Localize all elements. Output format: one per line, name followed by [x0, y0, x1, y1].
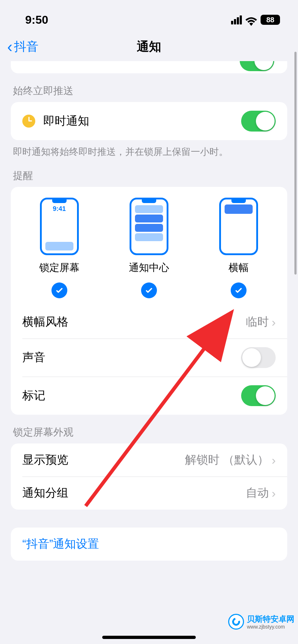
badges-toggle[interactable]	[241, 385, 276, 406]
wifi-icon	[245, 15, 257, 24]
badges-row[interactable]: 标记	[11, 377, 287, 415]
chevron-right-icon: ›	[272, 453, 276, 467]
chevron-left-icon: ‹	[7, 38, 13, 56]
alerts-header: 提醒	[0, 158, 298, 187]
back-button[interactable]: ‹ 抖音	[7, 38, 39, 56]
lock-appearance-card: 显示预览 解锁时 （默认） › 通知分组 自动 ›	[11, 443, 287, 510]
notification-grouping-row[interactable]: 通知分组 自动 ›	[11, 477, 287, 510]
alert-option-banners[interactable]: 横幅	[194, 198, 283, 298]
instant-toggle[interactable]	[241, 111, 276, 132]
alerts-card: 9:41 锁定屏幕 通知中心	[11, 187, 287, 415]
sound-row[interactable]: 声音	[11, 339, 287, 377]
alert-label: 锁定屏幕	[39, 261, 80, 275]
grouping-label: 通知分组	[22, 485, 246, 501]
alert-option-lock-screen[interactable]: 9:41 锁定屏幕	[15, 198, 104, 298]
sound-label: 声音	[22, 350, 241, 365]
chevron-right-icon: ›	[272, 486, 276, 500]
clock-icon	[22, 115, 35, 128]
alert-option-notification-center[interactable]: 通知中心	[105, 198, 194, 298]
app-settings-label: “抖音”通知设置	[22, 536, 276, 552]
status-bar: 9:50 88	[0, 0, 298, 32]
grouping-value: 自动	[246, 485, 269, 501]
back-label: 抖音	[14, 38, 39, 55]
status-indicators: 88	[231, 15, 280, 25]
lock-screen-preview-icon: 9:41	[40, 198, 79, 255]
allow-notifications-card-partial	[11, 61, 287, 73]
alert-label: 横幅	[229, 261, 249, 275]
checkmark-icon	[141, 282, 157, 298]
instant-label: 即时通知	[43, 113, 241, 129]
checkmark-icon	[231, 282, 247, 298]
scrollbar-icon	[294, 52, 297, 275]
nav-bar: ‹ 抖音 通知	[0, 32, 298, 61]
instant-footer: 即时通知将始终即时推送，并在锁屏上保留一小时。	[0, 140, 298, 158]
banner-preview-icon	[219, 198, 258, 255]
status-time: 9:50	[25, 13, 48, 27]
cellular-signal-icon	[231, 15, 242, 24]
alert-style-row: 9:41 锁定屏幕 通知中心	[11, 187, 287, 305]
instant-card: 即时通知	[11, 102, 287, 140]
alert-label: 通知中心	[129, 261, 169, 275]
allow-notifications-row-partial[interactable]	[11, 61, 287, 73]
watermark-brand: 贝斯特安卓网	[247, 614, 294, 625]
banner-style-label: 横幅风格	[22, 314, 246, 330]
app-settings-card: “抖音”通知设置	[11, 528, 287, 561]
lock-appearance-header: 锁定屏幕外观	[0, 415, 298, 443]
scroll-content[interactable]: 始终立即推送 即时通知 即时通知将始终即时推送，并在锁屏上保留一小时。 提醒 9…	[0, 61, 298, 644]
show-previews-value: 解锁时 （默认）	[185, 452, 269, 468]
badges-label: 标记	[22, 388, 241, 404]
instant-notifications-row[interactable]: 即时通知	[11, 102, 287, 140]
page-title: 通知	[137, 38, 161, 55]
chevron-right-icon: ›	[272, 315, 276, 329]
app-notification-settings-row[interactable]: “抖音”通知设置	[11, 528, 287, 561]
show-previews-label: 显示预览	[22, 452, 185, 468]
show-previews-row[interactable]: 显示预览 解锁时 （默认） ›	[11, 443, 287, 477]
allow-notifications-toggle[interactable]	[240, 61, 274, 71]
battery-icon: 88	[261, 15, 280, 25]
watermark: 贝斯特安卓网 www.zjbstyy.com	[228, 614, 294, 630]
banner-style-row[interactable]: 横幅风格 临时 ›	[11, 305, 287, 339]
banner-style-value: 临时	[246, 314, 269, 330]
checkmark-icon	[51, 282, 67, 298]
notification-center-preview-icon	[130, 198, 168, 255]
instant-header: 始终立即推送	[0, 73, 298, 102]
watermark-logo-icon	[228, 614, 244, 630]
watermark-url: www.zjbstyy.com	[247, 624, 294, 630]
sound-toggle[interactable]	[241, 347, 276, 368]
home-indicator[interactable]	[102, 636, 196, 639]
